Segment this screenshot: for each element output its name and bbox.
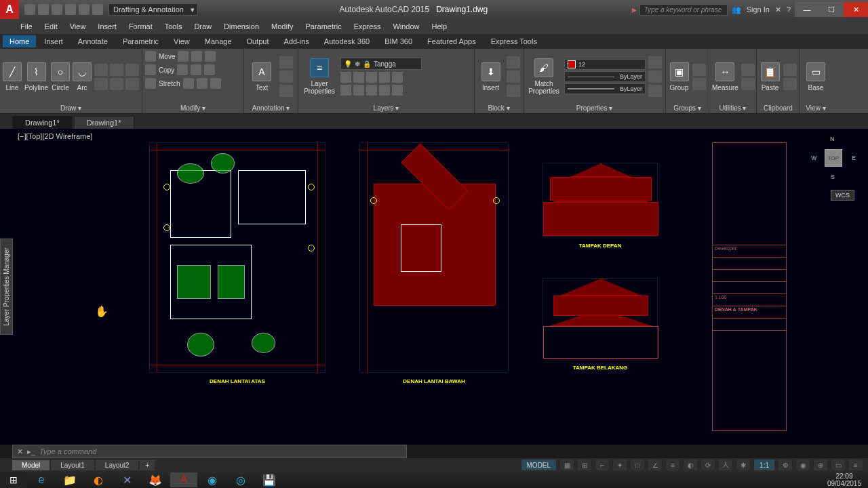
layers-title[interactable]: Layers ▾ [301, 103, 471, 113]
task-ie[interactable]: e [28, 472, 55, 487]
layon-icon[interactable] [340, 85, 351, 96]
cycle-icon[interactable]: ⟳ [701, 460, 715, 470]
exchange-icon[interactable]: ✕ [775, 5, 781, 14]
leader-icon[interactable] [279, 70, 293, 83]
menu-view[interactable]: View [70, 22, 86, 30]
drawing-canvas[interactable]: [−][Top][2D Wireframe] Layer Properties … [0, 129, 868, 445]
app-logo[interactable]: A [0, 0, 19, 19]
tab-home[interactable]: Home [3, 35, 36, 47]
tab-annotate[interactable]: Annotate [71, 35, 115, 47]
viewcube-w[interactable]: W [811, 155, 817, 161]
rect-icon[interactable] [94, 64, 108, 76]
props-title[interactable]: Properties ▾ [526, 103, 663, 113]
menu-insert[interactable]: Insert [98, 22, 117, 30]
help-icon[interactable]: ? [787, 5, 791, 14]
hw-icon[interactable]: ⊕ [814, 460, 827, 470]
tab-view[interactable]: View [167, 35, 197, 47]
cmdline-close-icon[interactable]: ✕ [17, 447, 23, 456]
ellipse-icon[interactable] [110, 64, 123, 76]
layoff-icon[interactable] [340, 72, 351, 83]
workspace-selector[interactable]: Drafting & Annotation [108, 3, 198, 16]
mirror-icon[interactable] [177, 64, 188, 75]
modify-title[interactable]: Modify ▾ [145, 103, 241, 113]
stretch-button[interactable]: Stretch [145, 77, 241, 89]
menu-help[interactable]: Help [432, 22, 448, 30]
paste-button[interactable]: 📋Paste [760, 56, 781, 98]
otrack-icon[interactable]: ∠ [648, 460, 662, 470]
measure-button[interactable]: ↔Measure [712, 56, 738, 98]
annot-title[interactable]: Annotation ▾ [247, 103, 295, 113]
lineweight-selector[interactable]: ByLayer [564, 83, 646, 94]
tab-a360[interactable]: Autodesk 360 [317, 35, 376, 47]
task-app1[interactable]: ◐ [85, 472, 112, 487]
viewport-label[interactable]: [−][Top][2D Wireframe] [15, 131, 95, 141]
tab-parametric[interactable]: Parametric [116, 35, 165, 47]
circle-button[interactable]: ○Circle [51, 56, 70, 98]
transparency-icon[interactable]: ◐ [684, 460, 697, 470]
linetype-selector[interactable]: ByLayer [564, 71, 646, 82]
create-block-icon[interactable] [507, 70, 520, 83]
match-properties-button[interactable]: 🖌Match Properties [526, 56, 561, 98]
task-firefox[interactable]: 🦊 [142, 472, 169, 487]
start-button[interactable]: ⊞ [0, 472, 27, 488]
props-icon[interactable] [648, 85, 662, 97]
maximize-button[interactable]: ☐ [819, 2, 844, 17]
laythaw-icon[interactable] [353, 85, 364, 96]
menu-window[interactable]: Window [393, 22, 419, 30]
color-selector[interactable]: 12 [564, 59, 646, 70]
chamfer-icon[interactable] [204, 64, 215, 75]
viewcube[interactable]: TOP N S E W [810, 134, 857, 182]
group-button[interactable]: ▣Group [669, 56, 690, 98]
iso-icon[interactable]: ◉ [796, 460, 810, 470]
arc-button[interactable]: ◡Arc [73, 56, 92, 98]
tab-layout1[interactable]: Layout1 [51, 460, 94, 470]
anno-icon[interactable]: 人 [719, 460, 732, 470]
doc-tab-0[interactable]: Drawing1* [12, 116, 73, 129]
custom-icon[interactable]: ≡ [849, 460, 863, 470]
menu-file[interactable]: File [20, 22, 33, 30]
new-icon[interactable] [24, 4, 35, 15]
selall-icon[interactable] [741, 64, 755, 76]
hatch-icon[interactable] [125, 64, 139, 76]
ortho-icon[interactable]: ⌐ [595, 460, 609, 470]
task-app2[interactable]: ✕ [113, 472, 140, 487]
anno2-icon[interactable]: ✱ [736, 460, 750, 470]
laymcur-icon[interactable] [379, 72, 390, 83]
groups-title[interactable]: Groups ▾ [669, 103, 706, 113]
task-app4[interactable]: ◎ [227, 472, 254, 487]
copy-clip-icon[interactable] [783, 78, 797, 90]
minimize-button[interactable]: — [795, 2, 819, 17]
viewcube-n[interactable]: N [830, 136, 835, 142]
menu-parametric[interactable]: Parametric [305, 22, 341, 30]
task-explorer[interactable]: 📁 [56, 472, 83, 487]
ungroup-icon[interactable] [692, 64, 706, 76]
spline-icon[interactable] [94, 78, 108, 90]
grid-icon[interactable]: ▦ [560, 460, 574, 470]
tab-layout2[interactable]: Layout2 [96, 460, 139, 470]
laylck-icon[interactable] [366, 72, 377, 83]
groupedit-icon[interactable] [692, 78, 706, 90]
status-scale[interactable]: 1:1 [754, 460, 774, 470]
redo-icon[interactable] [92, 4, 103, 15]
layiso-icon[interactable] [392, 72, 403, 83]
polar-icon[interactable]: ✦ [613, 460, 627, 470]
calc-icon[interactable] [741, 78, 755, 90]
cut-icon[interactable] [783, 64, 797, 76]
tab-featured[interactable]: Featured Apps [420, 35, 483, 47]
task-app3[interactable]: ◉ [199, 472, 226, 487]
layer-properties-button[interactable]: ≡Layer Properties [301, 56, 338, 98]
list-icon[interactable] [648, 56, 662, 68]
menu-edit[interactable]: Edit [45, 22, 58, 30]
scale-icon[interactable] [183, 78, 194, 89]
base-button[interactable]: ▭Base [803, 56, 829, 98]
tab-addins[interactable]: Add-ins [277, 35, 316, 47]
move-button[interactable]: Move [145, 50, 241, 62]
transparency-icon[interactable] [648, 70, 662, 83]
array-icon[interactable] [197, 78, 208, 89]
tab-manage[interactable]: Manage [198, 35, 239, 47]
extend-icon[interactable] [205, 51, 216, 62]
copy-button[interactable]: Copy [145, 64, 241, 76]
view-title[interactable]: View ▾ [803, 103, 829, 113]
task-autocad[interactable]: A [170, 472, 197, 487]
infocentre-icon[interactable]: 👥 [732, 5, 741, 14]
